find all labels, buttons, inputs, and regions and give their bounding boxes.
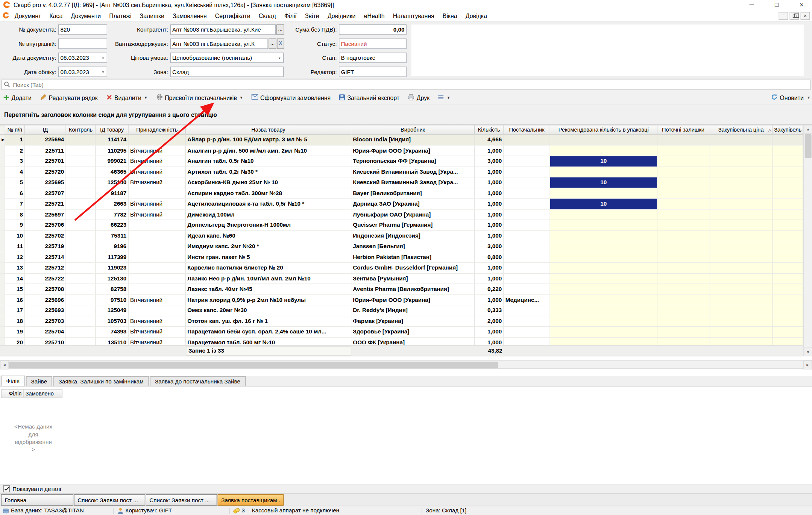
cell-maker[interactable]: Herbion Pakistan [Пакистан] (351, 252, 475, 262)
cell-origin[interactable] (129, 252, 186, 262)
table-row[interactable]: 112257199196Имодиум капс. 2мг №20 *Janss… (0, 241, 803, 252)
cell-price[interactable] (709, 316, 773, 326)
cell-cur[interactable] (657, 188, 709, 198)
cell-qty[interactable]: 0,220 (475, 284, 504, 294)
cell-rec[interactable] (550, 209, 657, 220)
doc-date-input[interactable]: 08.03.2023▾ (58, 53, 107, 63)
cell-name[interactable]: Лазикс Нео р-р д/ин. 10мг/мл амп. 2мл №1… (186, 273, 351, 283)
cell-maker[interactable]: Biocon India [Индия] (351, 135, 475, 145)
cell-control[interactable] (66, 263, 96, 273)
zone-input[interactable]: Склад (170, 67, 284, 77)
cell-cur[interactable] (657, 135, 709, 145)
cell-price2[interactable] (773, 305, 803, 315)
cell-name[interactable]: Ототон кап. уш. фл. 16 г № 1 (186, 316, 351, 326)
cell-price2[interactable] (773, 199, 803, 209)
cell-control[interactable] (66, 284, 96, 294)
export-button[interactable]: Загальний експорт (339, 94, 399, 101)
cell-price[interactable] (709, 209, 773, 220)
cell-rec[interactable] (550, 231, 657, 241)
cell-price[interactable] (709, 188, 773, 198)
table-row[interactable]: 922570666223Доппельгерц Энерготоник-Н 10… (0, 220, 803, 230)
cell-name[interactable]: Аналгин р-р д/ин. 500 мг/мл амп. 2мл №10 (186, 145, 351, 156)
cell-price2[interactable] (773, 263, 803, 273)
menu-item-platezhi[interactable]: Платежі (105, 13, 135, 19)
table-row[interactable]: ▸1225694114174Айлар р-р д/ин. 100 ЕД/мл … (0, 135, 803, 145)
cell-rec[interactable] (550, 167, 657, 177)
cell-pid[interactable]: 125140 (96, 177, 129, 188)
cell-maker[interactable]: ООО ФК [Украина] (351, 338, 475, 345)
cell-sup[interactable]: Медицинс... (504, 295, 550, 305)
cell-rec[interactable] (550, 188, 657, 198)
column-header-5[interactable]: Принадлежність (129, 125, 186, 135)
horizontal-scrollbar[interactable]: ◄ ► (0, 360, 812, 369)
cell-pid[interactable]: 125049 (96, 305, 129, 315)
cell-pid[interactable]: 97510 (96, 295, 129, 305)
cell-num[interactable]: 9 (5, 220, 25, 230)
cell-price2[interactable] (773, 284, 803, 294)
print-button[interactable]: Друк (408, 94, 430, 101)
cell-id[interactable]: 225693 (25, 305, 66, 315)
cell-id[interactable]: 225719 (25, 241, 66, 251)
minimize-icon[interactable]: ─ (743, 0, 760, 11)
cell-name[interactable]: Артихол табл. 0,2г №30 * (186, 167, 351, 177)
cell-price[interactable] (709, 135, 773, 145)
table-row[interactable]: 20225710135110ВітчизнянийПарацетамол таб… (0, 338, 803, 345)
cell-origin[interactable]: Вітчизняний (129, 145, 186, 156)
column-header-2[interactable]: ІД (25, 125, 66, 135)
cell-pid[interactable]: 110295 (96, 145, 129, 156)
cell-id[interactable]: 225697 (25, 209, 66, 220)
cell-maker[interactable]: Cordus GmbH- Dusseldorf [Германия] (351, 263, 475, 273)
cell-origin[interactable]: Вітчизняний (129, 316, 186, 326)
cell-name[interactable]: Карвелис пастилки блистер № 20 (186, 263, 351, 273)
cell-name[interactable]: Омез капс. 20мг №30 (186, 305, 351, 315)
cell-qty[interactable]: 1,000 (475, 199, 504, 209)
cell-maker[interactable]: Киевский Витаминный Завод [Укра... (351, 177, 475, 188)
cell-control[interactable] (66, 338, 96, 345)
cell-num[interactable]: 16 (5, 295, 25, 305)
add-button[interactable]: Додати (3, 94, 32, 101)
cell-rec[interactable] (550, 338, 657, 345)
cell-price[interactable] (709, 263, 773, 273)
cell-maker[interactable]: Bayer [Великобритания] (351, 188, 475, 198)
column-header-9[interactable]: Постачальник (504, 125, 550, 135)
cell-id[interactable]: 225721 (25, 199, 66, 209)
cell-price[interactable] (709, 284, 773, 294)
cell-price2[interactable] (773, 241, 803, 251)
cell-qty[interactable]: 4,666 (475, 135, 504, 145)
menu-item-zamovlennia[interactable]: Замовлення (168, 13, 211, 19)
cell-num[interactable]: 12 (5, 252, 25, 262)
cell-num[interactable]: 19 (5, 327, 25, 337)
menu-item-zvity[interactable]: Звіти (301, 13, 323, 19)
cell-qty[interactable]: 2,000 (475, 316, 504, 326)
cell-control[interactable] (66, 135, 96, 145)
cell-maker[interactable]: Лубныфарм ОАО [Украина] (351, 209, 475, 220)
cell-price[interactable] (709, 145, 773, 156)
cell-sup[interactable] (504, 135, 550, 145)
cell-sup[interactable] (504, 177, 550, 188)
cell-origin[interactable]: Вітчизняний (129, 338, 186, 345)
cell-rec[interactable] (550, 241, 657, 251)
menu-item-dovidnyky[interactable]: Довідники (323, 13, 360, 19)
assign-suppliers-button[interactable]: Присвоїти постачальників▼ (156, 94, 243, 101)
cell-id[interactable]: 225695 (25, 177, 66, 188)
cell-num[interactable]: 20 (5, 338, 25, 345)
cell-qty[interactable]: 1,000 (475, 145, 504, 156)
table-row[interactable]: 17225693125049Омез капс. 20мг №30Dr. Red… (0, 305, 803, 316)
cell-name[interactable]: Айлар р-р д/ин. 100 ЕД/мл картр. 3 мл № … (186, 135, 351, 145)
cell-id[interactable]: 225706 (25, 220, 66, 230)
cell-qty[interactable]: 1,000 (475, 177, 504, 188)
cell-price[interactable] (709, 305, 773, 315)
cell-rec[interactable] (550, 252, 657, 262)
cell-qty[interactable]: 0,333 (475, 305, 504, 315)
menu-item-ehealth[interactable]: eHealth (360, 13, 389, 19)
cell-cur[interactable] (657, 295, 709, 305)
cell-pid[interactable]: 135110 (96, 338, 129, 345)
cell-qty[interactable]: 1,000 (475, 273, 504, 283)
cell-num[interactable]: 18 (5, 316, 25, 326)
cell-rec[interactable] (550, 295, 657, 305)
cell-origin[interactable] (129, 188, 186, 198)
cell-num[interactable]: 6 (5, 188, 25, 198)
column-header-3[interactable]: Контроль (66, 125, 96, 135)
cell-maker[interactable]: Фармак [Украина] (351, 316, 475, 326)
cell-num[interactable]: 4 (5, 167, 25, 177)
